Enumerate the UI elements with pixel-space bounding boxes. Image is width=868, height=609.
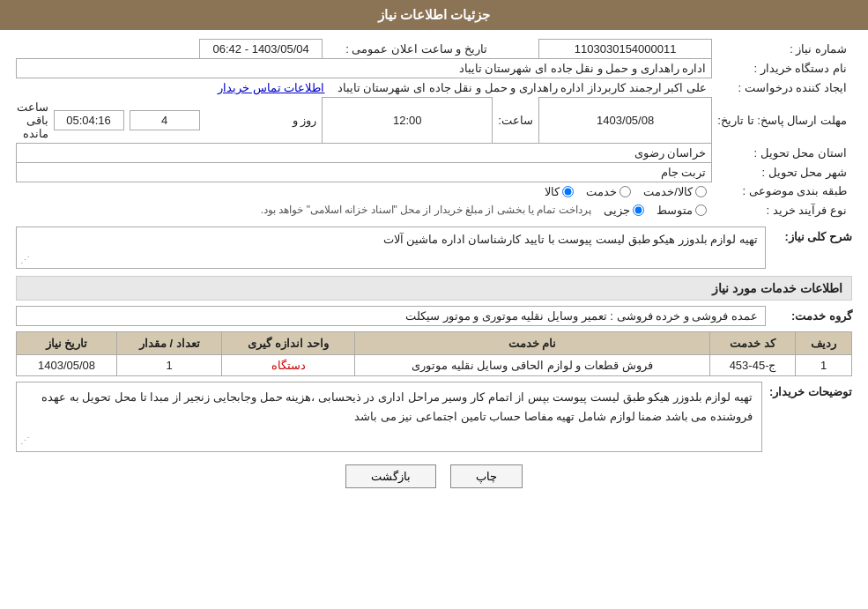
send-time-label: ساعت: bbox=[493, 98, 539, 144]
buyer-notes-label: توضیحات خریدار: bbox=[769, 382, 852, 398]
need-desc-label: شرح کلی نیاز: bbox=[773, 227, 852, 243]
cell-unit: دستگاه bbox=[222, 354, 354, 375]
col-service-name: نام خدمت bbox=[354, 331, 709, 354]
buyer-org-value: اداره راهداری و حمل و نقل جاده ای شهرستا… bbox=[17, 59, 712, 78]
col-unit: واحد اندازه گیری bbox=[222, 331, 354, 354]
purchase-type-group: متوسط جزیی پرداخت تمام یا بخشی از مبلغ خ… bbox=[22, 204, 707, 217]
city-label: شهر محل تحویل : bbox=[712, 162, 852, 182]
back-button[interactable]: بازگشت bbox=[345, 464, 436, 488]
send-time-value: 12:00 bbox=[323, 98, 493, 144]
col-row: ردیف bbox=[796, 331, 852, 354]
remaining-label: ساعت باقی مانده bbox=[17, 100, 48, 140]
send-day-label: روز و bbox=[200, 98, 323, 144]
cell-service-code: ج-45-453 bbox=[710, 354, 796, 375]
service-group-label: گروه خدمت: bbox=[773, 309, 852, 323]
page-title: جزئیات اطلاعات نیاز bbox=[378, 7, 490, 22]
creator-value: علی اکبر ارجمند کاربرداز اداره راهداری و… bbox=[200, 78, 712, 98]
service-group-value: عمده فروشی و خرده فروشی : تعمیر وسایل نق… bbox=[16, 306, 766, 326]
cell-service-name: فروش قطعات و لوازم الحاقی وسایل نقلیه مو… bbox=[354, 354, 709, 375]
purchase-type-note: پرداخت تمام یا بخشی از مبلغ خریدار از مح… bbox=[261, 204, 591, 216]
cell-count: 1 bbox=[117, 354, 222, 375]
notes-resize-handle: ⋱ bbox=[20, 433, 30, 449]
cell-row: 1 bbox=[796, 354, 852, 375]
announce-date-label: تاریخ و ساعت اعلان عمومی : bbox=[323, 40, 493, 59]
send-day-value: 4 bbox=[130, 110, 200, 130]
page-header: جزئیات اطلاعات نیاز bbox=[0, 0, 868, 30]
remaining-value: 05:04:16 bbox=[54, 110, 124, 130]
purchase-type-jozyi[interactable]: جزیی bbox=[604, 204, 644, 217]
col-count: تعداد / مقدار bbox=[117, 331, 222, 354]
category-radio-group: کالا/خدمت خدمت کالا bbox=[22, 185, 707, 198]
button-row: چاپ بازگشت bbox=[16, 464, 852, 488]
service-info-title: اطلاعات خدمات مورد نیاز bbox=[16, 276, 852, 301]
city-value: تربت جام bbox=[17, 162, 712, 182]
need-number-label: شماره نیاز : bbox=[712, 40, 852, 59]
category-label: طبقه بندی موضوعی : bbox=[712, 182, 852, 201]
buyer-notes-value: تهیه لوازم بلدوزر هیکو طبق لیست پیوست بپ… bbox=[16, 382, 762, 452]
category-option-khedmat[interactable]: خدمت bbox=[586, 185, 631, 198]
purchase-type-motavaset[interactable]: متوسط bbox=[657, 204, 707, 217]
print-button[interactable]: چاپ bbox=[450, 464, 523, 488]
need-number-value: 1103030154000011 bbox=[538, 40, 711, 59]
category-option-kala[interactable]: کالا bbox=[545, 185, 574, 198]
send-date-label: مهلت ارسال پاسخ: تا تاریخ: bbox=[712, 98, 852, 144]
service-table: ردیف کد خدمت نام خدمت واحد اندازه گیری ت… bbox=[16, 331, 852, 376]
province-label: استان محل تحویل : bbox=[712, 143, 852, 162]
buyer-org-label: نام دستگاه خریدار : bbox=[712, 59, 852, 78]
need-desc-value: تهیه لوازم بلدوزر هیکو طبق لیست پیوست با… bbox=[16, 227, 766, 269]
province-value: خراسان رضوی bbox=[17, 143, 712, 162]
category-option-kala-khedmat[interactable]: کالا/خدمت bbox=[643, 185, 707, 198]
resize-handle: ⋱ bbox=[20, 255, 30, 266]
creator-label: ایجاد کننده درخواست : bbox=[712, 78, 852, 98]
cell-date: 1403/05/08 bbox=[17, 354, 117, 375]
contact-link[interactable]: اطلاعات تماس خریدار bbox=[218, 81, 324, 94]
col-service-code: کد خدمت bbox=[710, 331, 796, 354]
announce-date-value: 1403/05/04 - 06:42 bbox=[200, 40, 323, 59]
col-date: تاریخ نیاز bbox=[17, 331, 117, 354]
send-date-value: 1403/05/08 bbox=[538, 98, 711, 144]
table-row: 1 ج-45-453 فروش قطعات و لوازم الحاقی وسا… bbox=[17, 354, 852, 375]
purchase-type-label: نوع فرآیند خرید : bbox=[712, 201, 852, 219]
